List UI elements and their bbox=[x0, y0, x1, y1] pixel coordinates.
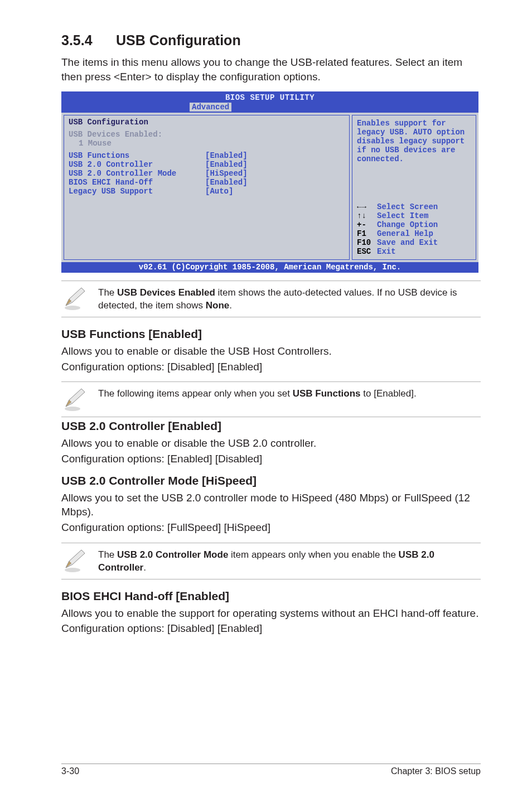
note-text: The USB 2.0 Controller Mode item appears… bbox=[98, 548, 481, 574]
bios-nav-label: Change Option bbox=[377, 220, 438, 229]
bios-nav-select-screen: ←→Select Screen bbox=[357, 202, 471, 211]
bios-row-val: [Enabled] bbox=[205, 178, 248, 187]
para-ehci-options: Configuration options: [Disabled] [Enabl… bbox=[61, 621, 481, 636]
footer-page-number: 3-30 bbox=[61, 766, 79, 776]
note-usb20-controller-mode: The USB 2.0 Controller Mode item appears… bbox=[61, 543, 481, 579]
plus-minus-icon: +- bbox=[357, 220, 377, 229]
bios-row-key: BIOS EHCI Hand-Off bbox=[69, 178, 205, 187]
bios-devices-label: USB Devices Enabled: bbox=[69, 130, 345, 139]
bios-row-val: [Enabled] bbox=[205, 160, 248, 169]
heading-usb-functions: USB Functions [Enabled] bbox=[61, 327, 481, 341]
bios-row-key: USB 2.0 Controller Mode bbox=[69, 169, 205, 178]
para-ehci-desc: Allows you to enable the support for ope… bbox=[61, 606, 481, 621]
bios-right-panel: Enables support for legacy USB. AUTO opt… bbox=[352, 115, 476, 260]
bios-row-usb20-controller-mode: USB 2.0 Controller Mode [HiSpeed] bbox=[69, 169, 345, 178]
svg-point-4 bbox=[65, 407, 80, 411]
arrow-up-down-icon: ↑↓ bbox=[357, 211, 377, 220]
bios-panel-title: USB Configuration bbox=[69, 118, 345, 127]
bios-row-val: [Auto] bbox=[205, 187, 233, 196]
bios-row-key: USB Functions bbox=[69, 151, 205, 160]
note-usb-functions-enabled: The following items appear only when you… bbox=[61, 381, 481, 417]
bios-row-usb-functions: USB Functions [Enabled] bbox=[69, 151, 345, 160]
bios-nav-exit: ESCExit bbox=[357, 247, 471, 256]
bios-row-key: USB 2.0 Controller bbox=[69, 160, 205, 169]
bios-devices-value: 1 Mouse bbox=[69, 139, 345, 148]
bios-title: BIOS SETUP UTILITY bbox=[61, 93, 478, 103]
bios-nav-label: Exit bbox=[377, 247, 396, 256]
section-number: 3.5.4 bbox=[61, 32, 93, 49]
bios-row-legacy-usb: Legacy USB Support [Auto] bbox=[69, 187, 345, 196]
bios-nav-label: Select Screen bbox=[377, 202, 438, 211]
note-text: The USB Devices Enabled item shows the a… bbox=[98, 286, 481, 312]
bios-nav-general-help: F1General Help bbox=[357, 229, 471, 238]
page-footer: 3-30 Chapter 3: BIOS setup bbox=[61, 764, 481, 776]
para-usb-functions-desc: Allows you to enable or disable the USB … bbox=[61, 344, 481, 359]
f10-key-icon: F10 bbox=[357, 238, 377, 247]
svg-point-7 bbox=[65, 568, 80, 572]
bios-footer: v02.61 (C)Copyright 1985-2008, American … bbox=[61, 262, 478, 273]
intro-paragraph: The items in this menu allows you to cha… bbox=[61, 55, 481, 84]
para-usb-functions-options: Configuration options: [Disabled] [Enabl… bbox=[61, 360, 481, 374]
svg-point-0 bbox=[65, 306, 80, 310]
para-usb20-mode-options: Configuration options: [FullSpeed] [HiSp… bbox=[61, 520, 481, 535]
bios-nav-change-option: +-Change Option bbox=[357, 220, 471, 229]
heading-usb20-controller: USB 2.0 Controller [Enabled] bbox=[61, 419, 481, 433]
heading-usb20-controller-mode: USB 2.0 Controller Mode [HiSpeed] bbox=[61, 474, 481, 487]
bios-nav-label: Save and Exit bbox=[377, 238, 438, 247]
note-text: The following items appear only when you… bbox=[98, 386, 417, 400]
pencil-note-icon bbox=[61, 386, 98, 412]
bios-nav-select-item: ↑↓Select Item bbox=[357, 211, 471, 220]
para-usb20-controller-options: Configuration options: [Enabled] [Disabl… bbox=[61, 452, 481, 466]
pencil-note-icon bbox=[61, 286, 98, 311]
bios-nav-label: General Help bbox=[377, 229, 433, 238]
para-usb20-mode-desc: Allows you to set the USB 2.0 controller… bbox=[61, 491, 481, 519]
heading-bios-ehci-handoff: BIOS EHCI Hand-off [Enabled] bbox=[61, 590, 481, 603]
bios-row-usb20-controller: USB 2.0 Controller [Enabled] bbox=[69, 160, 345, 169]
bios-row-ehci-handoff: BIOS EHCI Hand-Off [Enabled] bbox=[69, 178, 345, 187]
bios-left-panel: USB Configuration USB Devices Enabled: 1… bbox=[64, 115, 350, 260]
note-usb-devices-enabled: The USB Devices Enabled item shows the a… bbox=[61, 281, 481, 317]
bios-nav-save-exit: F10Save and Exit bbox=[357, 238, 471, 247]
bios-row-val: [HiSpeed] bbox=[205, 169, 248, 178]
para-usb20-controller-desc: Allows you to enable or disable the USB … bbox=[61, 436, 481, 451]
bios-row-val: [Enabled] bbox=[205, 151, 248, 160]
f1-key-icon: F1 bbox=[357, 229, 377, 238]
bios-nav-label: Select Item bbox=[377, 211, 428, 220]
bios-tab-advanced: Advanced bbox=[190, 103, 231, 112]
esc-key-icon: ESC bbox=[357, 247, 377, 256]
footer-chapter: Chapter 3: BIOS setup bbox=[391, 766, 481, 776]
arrow-left-right-icon: ←→ bbox=[357, 202, 377, 211]
bios-row-key: Legacy USB Support bbox=[69, 187, 205, 196]
bios-help-text: Enables support for legacy USB. AUTO opt… bbox=[357, 119, 471, 163]
section-title: USB Configuration bbox=[116, 32, 241, 49]
pencil-note-icon bbox=[61, 548, 98, 573]
bios-setup-screenshot: BIOS SETUP UTILITY Advanced USB Configur… bbox=[61, 91, 478, 273]
